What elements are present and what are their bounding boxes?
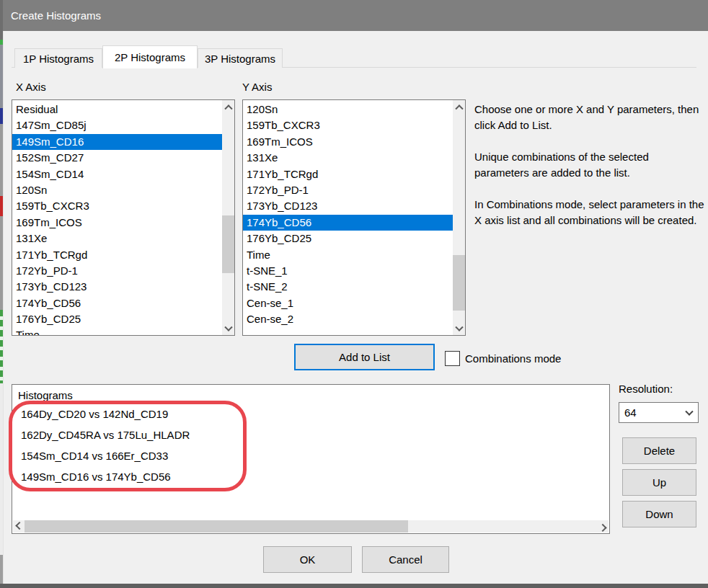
x-axis-label: X Axis — [16, 81, 46, 93]
histograms-list: 164Dy_CD20 vs 142Nd_CD19162Dy_CD45RA vs … — [12, 404, 609, 487]
tab-3p-histograms[interactable]: 3P Histograms — [198, 48, 283, 68]
histograms-horizontal-scrollbar[interactable] — [13, 520, 609, 533]
desktop-bottom-artifact — [0, 584, 708, 588]
scroll-down-icon[interactable] — [453, 323, 465, 335]
y-axis-label: Y Axis — [242, 81, 272, 93]
histograms-label: Histograms — [12, 385, 609, 404]
ok-button[interactable]: OK — [263, 546, 352, 573]
tab-2p-histograms[interactable]: 2P Histograms — [102, 45, 198, 68]
list-item[interactable]: 172Yb_PD-1 — [12, 263, 222, 279]
scroll-left-icon[interactable] — [13, 520, 25, 533]
list-item[interactable]: 169Tm_ICOS — [12, 215, 222, 231]
list-item[interactable]: 171Yb_TCRgd — [243, 166, 453, 182]
y-axis-list: 120Sn159Tb_CXCR3169Tm_ICOS131Xe171Yb_TCR… — [243, 102, 453, 335]
resolution-label: Resolution: — [619, 383, 673, 395]
y-axis-scrollbar[interactable] — [453, 100, 465, 335]
list-item[interactable]: 169Tm_ICOS — [243, 134, 453, 150]
button-label: Cancel — [389, 553, 422, 566]
add-to-list-button[interactable]: Add to List — [294, 344, 435, 370]
create-histograms-dialog: Create Histograms 1P Histograms 2P Histo… — [0, 0, 708, 588]
chevron-down-icon — [685, 408, 693, 416]
tab-label: 2P Histograms — [115, 51, 185, 63]
list-item[interactable]: 159Tb_CXCR3 — [12, 198, 222, 214]
scroll-up-icon[interactable] — [222, 100, 234, 112]
list-item[interactable]: 131Xe — [12, 231, 222, 246]
list-item[interactable]: Time — [12, 327, 222, 335]
list-item[interactable]: t-SNE_1 — [243, 263, 453, 279]
list-item[interactable]: 149Sm_CD16 — [12, 134, 222, 150]
down-button[interactable]: Down — [622, 501, 696, 527]
list-item[interactable]: 173Yb_CD123 — [12, 279, 222, 295]
instruction-paragraph: In Combinations mode, select parameters … — [474, 197, 705, 228]
instruction-paragraph: Unique combinations of the selected para… — [474, 149, 705, 181]
button-label: OK — [300, 553, 316, 566]
x-axis-scrollbar[interactable] — [222, 100, 234, 335]
list-item[interactable]: 174Yb_CD56 — [12, 295, 222, 311]
resolution-dropdown[interactable]: 64 — [619, 402, 699, 423]
combinations-mode-control: Combinations mode — [445, 351, 561, 366]
y-axis-listbox[interactable]: 120Sn159Tb_CXCR3169Tm_ICOS131Xe171Yb_TCR… — [242, 99, 466, 336]
tab-label: 1P Histograms — [23, 53, 94, 65]
list-item[interactable]: 162Dy_CD45RA vs 175Lu_HLADR — [12, 424, 609, 445]
button-label: Up — [652, 476, 666, 489]
button-label: Delete — [644, 445, 675, 457]
cancel-button[interactable]: Cancel — [362, 546, 449, 573]
list-item[interactable]: 154Sm_CD14 — [12, 166, 222, 182]
x-axis-list: Residual147Sm_CD85j149Sm_CD16152Sm_CD271… — [12, 102, 222, 335]
button-label: Down — [645, 508, 673, 520]
list-item[interactable]: Time — [243, 247, 453, 263]
list-item[interactable]: Cen-se_1 — [243, 295, 453, 311]
list-item[interactable]: 120Sn — [243, 102, 453, 117]
list-item[interactable]: 174Yb_CD56 — [243, 215, 453, 231]
resolution-value: 64 — [624, 406, 637, 419]
list-item[interactable]: 176Yb_CD25 — [12, 311, 222, 327]
list-item[interactable]: 149Sm_CD16 vs 174Yb_CD56 — [12, 466, 609, 487]
up-button[interactable]: Up — [622, 469, 696, 496]
list-item[interactable]: 154Sm_CD14 vs 166Er_CD33 — [12, 445, 609, 466]
instruction-paragraph: Choose one or more X and Y parameters, t… — [474, 102, 705, 133]
list-item[interactable]: 173Yb_CD123 — [243, 198, 453, 214]
tab-label: 3P Histograms — [205, 53, 275, 65]
list-item[interactable]: 120Sn — [12, 182, 222, 198]
histograms-listbox[interactable]: Histograms 164Dy_CD20 vs 142Nd_CD19162Dy… — [12, 384, 610, 534]
button-label: Add to List — [339, 351, 390, 363]
delete-button[interactable]: Delete — [622, 437, 696, 464]
list-item[interactable]: 147Sm_CD85j — [12, 117, 222, 133]
list-item[interactable]: 176Yb_CD25 — [243, 231, 453, 246]
scroll-up-icon[interactable] — [453, 100, 465, 112]
x-axis-listbox[interactable]: Residual147Sm_CD85j149Sm_CD16152Sm_CD271… — [12, 99, 235, 336]
list-item[interactable]: 171Yb_TCRgd — [12, 247, 222, 263]
combinations-mode-checkbox[interactable] — [445, 351, 460, 366]
tab-1p-histograms[interactable]: 1P Histograms — [14, 48, 102, 68]
scrollbar-thumb[interactable] — [453, 255, 465, 311]
scroll-down-icon[interactable] — [222, 323, 234, 335]
list-item[interactable]: 131Xe — [243, 150, 453, 166]
scrollbar-thumb[interactable] — [222, 215, 234, 273]
list-item[interactable]: Residual — [12, 102, 222, 117]
list-item[interactable]: 172Yb_PD-1 — [243, 182, 453, 198]
list-item[interactable]: 152Sm_CD27 — [12, 150, 222, 166]
combinations-mode-label: Combinations mode — [465, 352, 561, 365]
instructions-text: Choose one or more X and Y parameters, t… — [474, 102, 705, 244]
list-item[interactable]: 159Tb_CXCR3 — [243, 117, 453, 133]
scrollbar-thumb[interactable] — [25, 520, 408, 533]
title-bar[interactable]: Create Histograms — [3, 0, 708, 31]
list-item[interactable]: t-SNE_2 — [243, 279, 453, 295]
list-item[interactable]: Cen-se_2 — [243, 311, 453, 327]
scroll-right-icon[interactable] — [596, 520, 609, 533]
list-item[interactable]: 164Dy_CD20 vs 142Nd_CD19 — [12, 404, 609, 424]
window-title: Create Histograms — [11, 9, 101, 22]
